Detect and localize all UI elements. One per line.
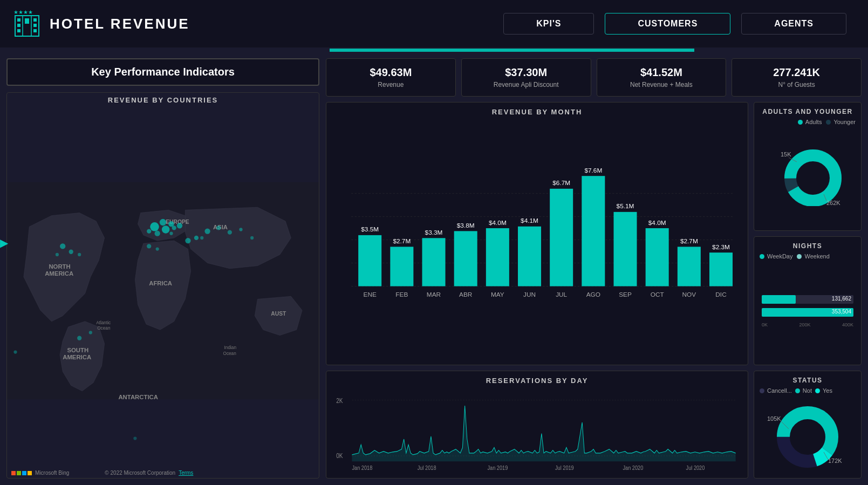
reservations-title: RESERVATIONS BY DAY bbox=[334, 377, 740, 385]
svg-text:15K: 15K bbox=[781, 151, 791, 158]
svg-point-93 bbox=[790, 155, 836, 201]
status-title: STATUS bbox=[760, 377, 856, 384]
kpi-netrev-label: Net Revenue + Meals bbox=[630, 81, 693, 88]
logo-area: ★★★★ HOTEL REVENUE bbox=[11, 8, 190, 40]
tab-agents[interactable]: AGENTS bbox=[741, 13, 846, 35]
map-title: REVENUE BY COUNTRIES bbox=[7, 93, 319, 106]
svg-text:AFRICA: AFRICA bbox=[149, 280, 172, 286]
svg-text:Ocean: Ocean bbox=[97, 326, 111, 331]
tab-customers[interactable]: CUSTOMERS bbox=[605, 13, 730, 35]
svg-rect-80 bbox=[613, 212, 637, 286]
app-title: HOTEL REVENUE bbox=[50, 16, 190, 32]
kpi-title-box: Key Performance Indicators bbox=[6, 58, 319, 86]
bottom-row: RESERVATIONS BY DAY 2K 0K Jan 2018 Jul 2… bbox=[326, 371, 862, 479]
svg-text:$4.0M: $4.0M bbox=[648, 219, 666, 227]
svg-point-46 bbox=[78, 253, 81, 256]
svg-text:DIC: DIC bbox=[715, 291, 727, 298]
svg-text:$5.1M: $5.1M bbox=[617, 202, 634, 210]
svg-text:★★★★: ★★★★ bbox=[13, 9, 33, 15]
map-container: REVENUE BY COUNTRIES bbox=[6, 92, 319, 479]
bar-chart-area: $3.5M ENE $2.7M FEB $3.3M MAR $3.8M bbox=[334, 120, 740, 359]
svg-rect-5 bbox=[17, 29, 20, 32]
svg-text:$3.3M: $3.3M bbox=[425, 229, 443, 236]
svg-text:$2.7M: $2.7M bbox=[680, 237, 698, 245]
adults-chart-title: ADULTS AND YOUNGER bbox=[760, 108, 856, 115]
svg-text:AUST: AUST bbox=[271, 311, 286, 317]
svg-point-36 bbox=[216, 226, 221, 230]
svg-text:105K: 105K bbox=[767, 415, 781, 422]
kpi-card-discount: $37.30M Revenue Apli Discount bbox=[461, 58, 591, 97]
svg-text:$2.3M: $2.3M bbox=[712, 243, 730, 251]
kpi-card-revenue: $49.63M Revenue bbox=[326, 58, 456, 97]
svg-text:Jan 2020: Jan 2020 bbox=[623, 464, 643, 471]
svg-point-27 bbox=[155, 231, 160, 236]
yes-legend: Yes bbox=[815, 387, 832, 394]
svg-text:262K: 262K bbox=[826, 200, 840, 206]
cancelled-legend: Cancell... bbox=[760, 387, 792, 394]
svg-text:MAR: MAR bbox=[427, 291, 441, 298]
svg-point-28 bbox=[162, 226, 169, 233]
bar-chart-container: REVENUE BY MONTH $3.5M ENE bbox=[326, 102, 748, 365]
svg-text:ABR: ABR bbox=[459, 291, 472, 298]
svg-rect-6 bbox=[33, 18, 37, 22]
younger-legend: Younger bbox=[826, 119, 856, 125]
status-chart-box: STATUS Cancell... Not Yes bbox=[754, 371, 862, 479]
svg-text:Atlantic: Atlantic bbox=[96, 320, 111, 325]
svg-text:$2.7M: $2.7M bbox=[393, 237, 411, 245]
svg-point-29 bbox=[172, 226, 176, 230]
svg-text:0K: 0K bbox=[336, 452, 343, 459]
bing-logo bbox=[11, 471, 32, 475]
map-svg-area: NORTH AMERICA EUROPE ASIA AFRICA SOUTH A… bbox=[7, 106, 319, 475]
svg-text:2K: 2K bbox=[336, 397, 343, 404]
svg-text:SEP: SEP bbox=[619, 291, 632, 298]
svg-text:NORTH: NORTH bbox=[49, 263, 70, 270]
left-panel: Key Performance Indicators REVENUE BY CO… bbox=[6, 58, 319, 479]
svg-point-44 bbox=[69, 250, 73, 254]
left-arrow[interactable]: ▶ bbox=[0, 236, 8, 249]
svg-text:Jan 2018: Jan 2018 bbox=[352, 464, 372, 471]
svg-text:Jan 2019: Jan 2019 bbox=[487, 464, 508, 471]
nights-chart-title: NIGHTS bbox=[760, 242, 856, 250]
middle-row: REVENUE BY MONTH $3.5M ENE bbox=[326, 102, 862, 365]
kpi-revenue-label: Revenue bbox=[378, 81, 404, 88]
adults-chart-box: ADULTS AND YOUNGER Adults Younger bbox=[754, 102, 862, 231]
svg-rect-56 bbox=[358, 235, 381, 286]
svg-point-41 bbox=[147, 244, 151, 248]
svg-text:$4.1M: $4.1M bbox=[521, 217, 538, 224]
svg-text:ENE: ENE bbox=[364, 291, 377, 298]
side-charts: ADULTS AND YOUNGER Adults Younger bbox=[754, 102, 862, 365]
svg-rect-8 bbox=[33, 29, 37, 32]
svg-text:AGO: AGO bbox=[586, 291, 600, 298]
right-panel: $49.63M Revenue $37.30M Revenue Apli Dis… bbox=[326, 58, 862, 479]
svg-text:Indian: Indian bbox=[224, 345, 237, 350]
svg-point-48 bbox=[89, 331, 92, 334]
svg-text:JUL: JUL bbox=[556, 291, 567, 298]
weekday-legend: WeekDay bbox=[760, 253, 792, 259]
tab-kpis[interactable]: KPI'S bbox=[503, 13, 594, 35]
kpi-card-guests: 277.241K N° of Guests bbox=[732, 58, 862, 97]
svg-text:Jul 2019: Jul 2019 bbox=[555, 464, 574, 471]
svg-rect-86 bbox=[678, 247, 701, 286]
svg-text:$7.6M: $7.6M bbox=[584, 167, 602, 174]
svg-rect-59 bbox=[390, 247, 413, 286]
svg-rect-62 bbox=[422, 238, 446, 286]
kpi-netrev-value: $41.52M bbox=[640, 66, 682, 79]
reservations-chart: RESERVATIONS BY DAY 2K 0K Jan 2018 Jul 2… bbox=[326, 371, 748, 479]
svg-rect-7 bbox=[33, 24, 37, 27]
svg-text:$6.7M: $6.7M bbox=[552, 179, 570, 187]
svg-text:AMERICA: AMERICA bbox=[45, 270, 73, 277]
svg-text:FEB: FEB bbox=[395, 291, 408, 298]
nav-tabs: KPI'S CUSTOMERS AGENTS bbox=[190, 13, 857, 35]
svg-point-43 bbox=[60, 243, 65, 249]
svg-text:NOV: NOV bbox=[682, 291, 696, 298]
kpi-cards-row: $49.63M Revenue $37.30M Revenue Apli Dis… bbox=[326, 58, 862, 97]
svg-point-32 bbox=[169, 232, 173, 235]
svg-rect-3 bbox=[17, 18, 20, 22]
map-footer: Microsoft Bing © 2022 Microsoft Corporat… bbox=[11, 470, 193, 476]
svg-point-42 bbox=[156, 247, 159, 250]
svg-point-25 bbox=[160, 219, 166, 226]
svg-text:Jul 2018: Jul 2018 bbox=[418, 464, 436, 471]
svg-rect-77 bbox=[582, 176, 605, 286]
svg-point-34 bbox=[194, 236, 199, 240]
kpi-guests-value: 277.241K bbox=[773, 66, 820, 79]
